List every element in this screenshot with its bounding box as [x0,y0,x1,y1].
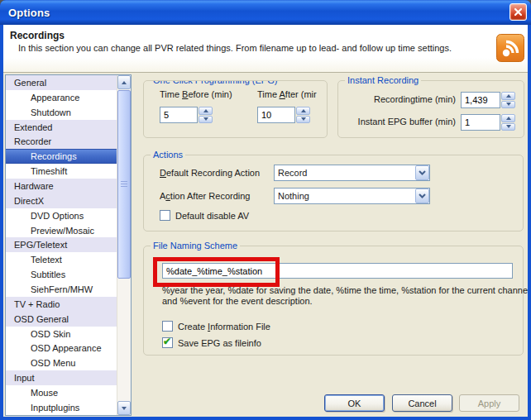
sidebar-list: GeneralAppearanceShutdownExtendedRecorde… [6,75,117,415]
settings-category-list: GeneralAppearanceShutdownExtendedRecorde… [5,74,132,416]
scrollbar-thumb[interactable] [117,90,131,279]
spin-down-icon[interactable] [296,116,310,124]
time-before-input[interactable] [160,107,198,123]
sidebar-item-recorder[interactable]: Recorder [6,134,117,149]
window-title: Options [0,7,50,19]
action-after-recording-label: Action After Recording [160,191,250,201]
spin-down-icon[interactable] [199,116,213,124]
chevron-down-icon[interactable] [415,189,429,203]
sidebar-item-recordings[interactable]: Recordings [6,149,117,164]
spin-up-icon[interactable] [296,107,310,115]
ok-button[interactable]: OK [324,394,385,412]
recordingtime-input[interactable] [461,92,500,108]
group-title: File Naming Scheme [151,241,240,251]
default-disable-av-checkbox[interactable]: ✔ Default disable AV [160,210,249,221]
recordingtime-stepper[interactable] [501,92,515,108]
sidebar-item-preview-mosaic[interactable]: Preview/Mosaic [6,223,117,238]
spin-down-icon[interactable] [501,123,515,131]
spin-up-icon[interactable] [501,114,515,122]
sidebar-item-siehfern-mhw[interactable]: SiehFern/MHW [6,282,117,297]
page-description: In this section you can change all PVR r… [18,43,481,53]
instant-epg-buffer-input[interactable] [461,114,500,131]
file-naming-input[interactable] [162,263,513,279]
group-instant-recording: Instant Recording Recordingtime (min) In… [337,80,524,138]
sidebar-item-tv-radio[interactable]: TV + Radio [6,297,117,312]
checkbox-box[interactable]: ✔ [162,321,173,332]
checkbox-label: Create Information File [178,322,270,332]
group-title: Instant Recording [345,75,421,85]
chevron-down-icon[interactable] [415,165,429,180]
dialog-client-area: Recordings In this section you can chang… [3,25,528,417]
scroll-down-button[interactable] [117,401,131,415]
instant-epg-buffer-stepper[interactable] [501,114,515,131]
default-recording-action-select[interactable]: Record [274,165,430,181]
naming-help-text: %year the year, %date for saving the dat… [162,285,528,307]
group-one-click-programming: One Click Programming (EPG) Time Before … [143,80,328,138]
group-title: One Click Programming (EPG) [151,80,280,85]
time-after-stepper[interactable] [296,107,310,123]
time-after-label: Time After (mir [257,89,317,99]
time-before-label: Time Before (min) [160,89,232,99]
sidebar-item-hardware[interactable]: Hardware [6,179,117,193]
sidebar-item-directx[interactable]: DirectX [6,193,117,208]
sidebar-item-general[interactable]: General [6,75,117,90]
action-after-recording-select[interactable]: Nothing [274,188,430,204]
sidebar-item-mouse[interactable]: Mouse [6,385,117,400]
page-title: Recordings [10,30,528,41]
spin-down-icon[interactable] [501,101,515,109]
sidebar-item-epg-teletext[interactable]: EPG/Teletext [6,237,117,252]
selected-value: Record [275,168,415,178]
apply-button[interactable]: Apply [459,394,519,412]
sidebar-item-osd-menu[interactable]: OSD Menu [6,356,117,370]
chevron-up-icon [122,81,127,84]
spin-up-icon[interactable] [501,92,515,100]
selected-value: Nothing [275,191,415,201]
recordingtime-label: Recordingtime (min) [374,94,456,104]
page-header: Recordings In this section you can chang… [3,25,528,73]
sidebar-item-subtitles[interactable]: Subtitles [6,267,117,282]
checkbox-box[interactable]: ✔ [162,337,173,348]
cancel-button[interactable]: Cancel [392,394,452,412]
sidebar-scrollbar[interactable] [117,75,131,415]
title-bar[interactable]: Options [0,0,531,25]
dvbviewer-logo-icon [496,34,524,62]
group-title: Actions [151,150,185,160]
close-button[interactable] [509,3,527,21]
scroll-up-button[interactable] [117,75,131,89]
time-before-stepper[interactable] [199,107,213,123]
time-after-input[interactable] [257,107,295,123]
instant-epg-buffer-label: Instant EPG buffer (min) [358,117,456,126]
sidebar-item-osd-general[interactable]: OSD General [6,312,117,327]
checkbox-box[interactable]: ✔ [160,210,170,221]
scrollbar-track[interactable] [117,279,131,401]
close-icon [514,7,523,17]
checkbox-label: Default disable AV [175,211,249,221]
sidebar-item-input[interactable]: Input [6,370,117,385]
sidebar-item-teletext[interactable]: Teletext [6,252,117,267]
sidebar-item-dvd-options[interactable]: DVD Options [6,208,117,223]
check-icon: ✔ [163,336,171,347]
default-recording-action-label: Default Recording Action [160,168,260,178]
sidebar-item-osd-appearance[interactable]: OSD Appearance [6,341,117,356]
group-file-naming-scheme: File Naming Scheme %year the year, %date… [143,246,524,356]
sidebar-item-appearance[interactable]: Appearance [6,90,117,105]
save-epg-as-fileinfo-checkbox[interactable]: ✔ Save EPG as fileinfo [162,337,261,348]
sidebar-item-osd-skin[interactable]: OSD Skin [6,327,117,341]
spin-up-icon[interactable] [199,107,213,115]
sidebar-item-timeshift[interactable]: Timeshift [6,164,117,179]
create-information-file-checkbox[interactable]: ✔ Create Information File [162,321,270,332]
group-actions: Actions Default Recording Action Record … [143,155,524,231]
sidebar-item-shutdown[interactable]: Shutdown [6,105,117,120]
sidebar-item-inputplugins[interactable]: Inputplugins [6,400,117,415]
checkbox-label: Save EPG as fileinfo [178,338,261,348]
options-dialog: Options Recordings In this section you c… [0,0,531,420]
chevron-down-icon [122,407,127,410]
sidebar-item-extended[interactable]: Extended [6,120,117,135]
